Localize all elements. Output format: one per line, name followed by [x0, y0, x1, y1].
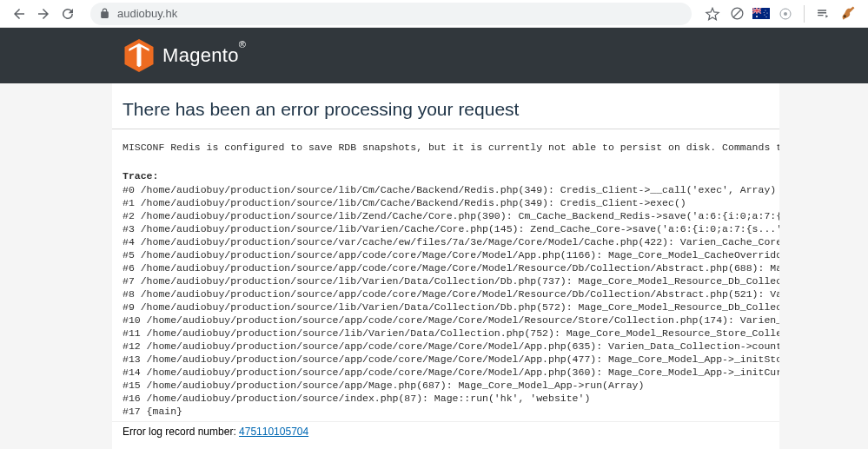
trace-line: #17 {main} — [123, 405, 769, 418]
flag-australia-icon[interactable] — [752, 5, 770, 23]
toolbar-right — [699, 5, 861, 23]
trace-scroll-container[interactable]: Trace: #0 /home/audiobuy/production/sour… — [112, 170, 779, 421]
trace-line: #13 /home/audiobuy/production/source/app… — [123, 353, 769, 366]
stack-trace: Trace: #0 /home/audiobuy/production/sour… — [112, 170, 779, 418]
svg-point-11 — [784, 12, 787, 16]
magento-logo-icon — [124, 39, 154, 72]
main-content: There has been an error processing your … — [112, 83, 779, 449]
back-button[interactable] — [7, 2, 31, 26]
lock-icon — [99, 8, 110, 19]
guitar-icon[interactable] — [838, 5, 856, 23]
trace-line: #1 /home/audiobuy/production/source/lib/… — [123, 196, 769, 209]
trace-line: #11 /home/audiobuy/production/source/lib… — [123, 327, 769, 340]
svg-point-5 — [765, 10, 765, 10]
reload-button[interactable] — [56, 2, 80, 26]
trace-line: #7 /home/audiobuy/production/source/lib/… — [123, 274, 769, 287]
svg-point-9 — [764, 12, 765, 13]
record-number-link[interactable]: 475110105704 — [239, 426, 308, 438]
toolbar-divider — [804, 5, 805, 23]
svg-point-12 — [843, 15, 845, 17]
error-message: MISCONF Redis is configured to save RDB … — [112, 142, 779, 153]
trace-line: #4 /home/audiobuy/production/source/var/… — [123, 235, 769, 248]
block-icon[interactable] — [728, 5, 745, 23]
svg-point-6 — [766, 12, 767, 13]
trace-line: #15 /home/audiobuy/production/source/app… — [123, 379, 769, 392]
trace-label: Trace: — [123, 170, 769, 182]
trace-line: #0 /home/audiobuy/production/source/lib/… — [123, 183, 769, 196]
brand-name: Magento® — [162, 44, 246, 67]
trace-line: #3 /home/audiobuy/production/source/lib/… — [123, 222, 769, 235]
trace-line: #12 /home/audiobuy/production/source/app… — [123, 340, 769, 353]
trace-line: #10 /home/audiobuy/production/source/app… — [123, 314, 769, 327]
extension-icon[interactable] — [777, 5, 794, 23]
trace-line: #2 /home/audiobuy/production/source/lib/… — [123, 209, 769, 222]
error-log-record: Error log record number: 475110105704 — [112, 421, 779, 438]
trace-line: #6 /home/audiobuy/production/source/app/… — [123, 261, 769, 274]
trace-line: #16 /home/audiobuy/production/source/ind… — [123, 392, 769, 405]
browser-toolbar: audiobuy.hk — [0, 0, 868, 28]
reload-icon — [60, 6, 76, 22]
playlist-icon[interactable] — [814, 5, 832, 23]
trace-line: #5 /home/audiobuy/production/source/app/… — [123, 248, 769, 261]
brand-logo: Magento® — [124, 39, 246, 72]
arrow-right-icon — [36, 6, 51, 22]
site-header: Magento® — [0, 28, 868, 83]
trace-line: #9 /home/audiobuy/production/source/lib/… — [123, 300, 769, 314]
page-title: There has been an error processing your … — [112, 99, 779, 129]
bookmark-star-icon[interactable] — [704, 5, 721, 23]
record-label: Error log record number: — [123, 426, 239, 438]
svg-point-4 — [756, 16, 758, 17]
address-bar[interactable]: audiobuy.hk — [90, 3, 692, 25]
trace-line: #8 /home/audiobuy/production/source/app/… — [123, 287, 769, 300]
svg-point-7 — [764, 14, 765, 15]
forward-button[interactable] — [31, 2, 56, 26]
url-text: audiobuy.hk — [117, 7, 177, 20]
svg-point-8 — [765, 17, 766, 17]
svg-line-1 — [733, 10, 741, 17]
arrow-left-icon — [11, 6, 27, 22]
trace-line: #14 /home/audiobuy/production/source/app… — [123, 366, 769, 379]
